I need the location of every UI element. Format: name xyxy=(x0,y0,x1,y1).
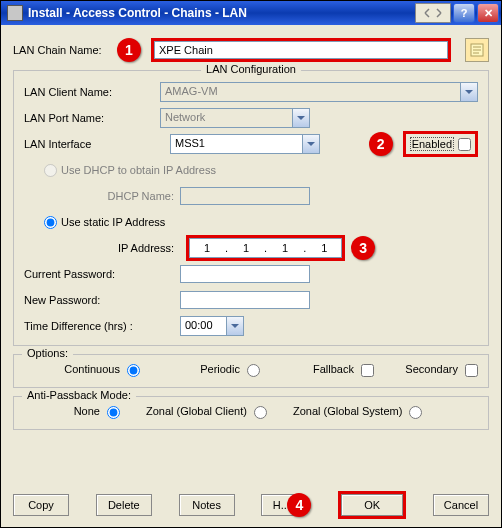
continuous-radio[interactable] xyxy=(127,364,140,377)
dhcp-name-label: DHCP Name: xyxy=(24,190,180,202)
port-name-select: Network xyxy=(160,108,310,128)
static-ip-radio-label: Use static IP Address xyxy=(61,216,165,228)
ip-seg-1[interactable] xyxy=(190,239,224,257)
lan-chain-name-label: LAN Chain Name: xyxy=(13,44,109,56)
zonal-client-label: Zonal (Global Client) xyxy=(146,405,247,417)
client-name-select: AMAG-VM xyxy=(160,82,478,102)
none-label: None xyxy=(74,405,100,417)
fallback-label: Fallback xyxy=(313,363,354,375)
highlight-enabled: Enabled xyxy=(403,131,478,157)
new-password-input[interactable] xyxy=(180,291,310,309)
interface-label: LAN Interface xyxy=(24,138,160,150)
chevron-down-icon[interactable] xyxy=(226,317,243,335)
ok-button[interactable]: OK xyxy=(341,494,403,516)
install-lan-chains-window: Install - Access Control - Chains - LAN … xyxy=(0,0,502,528)
new-password-label: New Password: xyxy=(24,294,180,306)
ip-address-label: IP Address: xyxy=(24,242,180,254)
zonal-system-radio[interactable] xyxy=(409,406,422,419)
chevron-down-icon[interactable] xyxy=(302,135,319,153)
highlight-chain-name xyxy=(151,38,451,62)
notes-icon[interactable] xyxy=(465,38,489,62)
dhcp-radio xyxy=(44,164,57,177)
close-button[interactable]: ✕ xyxy=(477,3,499,23)
zonal-client-radio[interactable] xyxy=(254,406,267,419)
periodic-radio[interactable] xyxy=(247,364,260,377)
button-row: Copy Delete Notes HelpH... 4 OK Cancel xyxy=(13,491,489,519)
dhcp-radio-label: Use DHCP to obtain IP Address xyxy=(61,164,216,176)
callout-4: 4 xyxy=(287,493,311,517)
notes-button[interactable]: Notes xyxy=(179,494,235,516)
continuous-label: Continuous xyxy=(64,363,120,375)
delete-button[interactable]: Delete xyxy=(96,494,152,516)
help-button[interactable]: ? xyxy=(453,3,475,23)
ip-seg-3[interactable] xyxy=(268,239,302,257)
callout-1: 1 xyxy=(117,38,141,62)
cancel-button[interactable]: Cancel xyxy=(433,494,489,516)
secondary-label: Secondary xyxy=(405,363,458,375)
highlight-ok: OK xyxy=(338,491,406,519)
ip-seg-4[interactable] xyxy=(307,239,341,257)
title-icon xyxy=(7,5,23,21)
copy-button[interactable]: Copy xyxy=(13,494,69,516)
interface-select[interactable]: MSS1 xyxy=(170,134,320,154)
periodic-label: Periodic xyxy=(200,363,240,375)
ip-address-input[interactable]: . . . xyxy=(189,238,342,258)
ip-seg-2[interactable] xyxy=(229,239,263,257)
dhcp-name-input xyxy=(180,187,310,205)
anti-passback-group: Anti-Passback Mode: None Zonal (Global C… xyxy=(13,396,489,430)
titlebar-prev-next[interactable] xyxy=(415,3,451,23)
none-radio[interactable] xyxy=(107,406,120,419)
window-title: Install - Access Control - Chains - LAN xyxy=(28,6,247,20)
lan-chain-name-input[interactable] xyxy=(154,41,448,59)
highlight-ip: . . . xyxy=(186,235,345,261)
lan-configuration-group: LAN Configuration LAN Client Name: AMAG-… xyxy=(13,70,489,346)
current-password-label: Current Password: xyxy=(24,268,180,280)
anti-passback-title: Anti-Passback Mode: xyxy=(22,389,136,401)
current-password-input[interactable] xyxy=(180,265,310,283)
enabled-label: Enabled xyxy=(410,137,454,151)
callout-3: 3 xyxy=(351,236,375,260)
enabled-checkbox[interactable] xyxy=(458,138,471,151)
port-name-label: LAN Port Name: xyxy=(24,112,160,124)
chevron-down-icon xyxy=(292,109,309,127)
chevron-down-icon xyxy=(460,83,477,101)
titlebar: Install - Access Control - Chains - LAN … xyxy=(1,1,501,25)
options-title: Options: xyxy=(22,347,73,359)
callout-2: 2 xyxy=(369,132,393,156)
lan-configuration-title: LAN Configuration xyxy=(201,63,301,75)
client-name-label: LAN Client Name: xyxy=(24,86,160,98)
secondary-checkbox[interactable] xyxy=(465,364,478,377)
options-group: Options: Continuous Periodic Fallback Se… xyxy=(13,354,489,388)
fallback-checkbox[interactable] xyxy=(361,364,374,377)
time-diff-select[interactable]: 00:00 xyxy=(180,316,244,336)
static-ip-radio[interactable] xyxy=(44,216,57,229)
time-diff-label: Time Difference (hrs) : xyxy=(24,320,180,332)
zonal-system-label: Zonal (Global System) xyxy=(293,405,402,417)
